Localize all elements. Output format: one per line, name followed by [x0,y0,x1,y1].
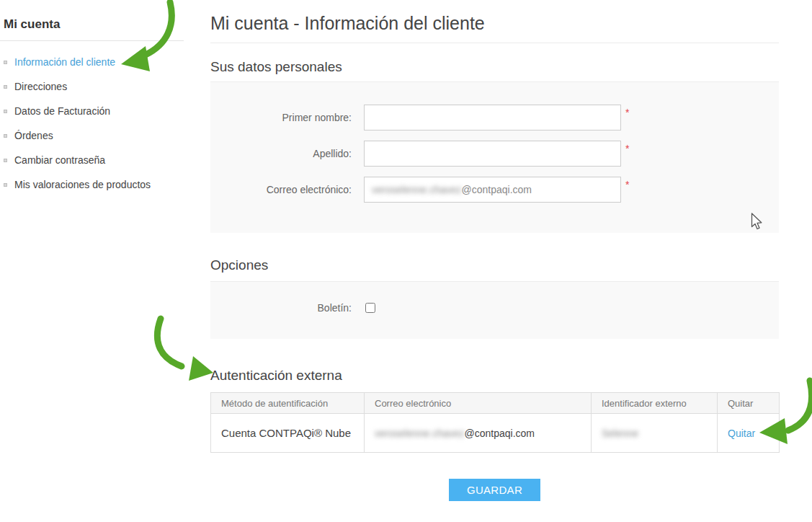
bullet-icon [4,183,7,187]
sidebar-item-label: Direcciones [14,81,67,92]
sidebar-item-label: Mis valoraciones de productos [14,179,151,190]
sidebar-item-datos-de-facturacion[interactable]: Datos de Facturación [4,99,184,123]
sidebar-item-label: Órdenes [14,130,53,141]
column-header-external-id: Identificador externo [592,393,718,414]
newsletter-label: Boletín: [210,302,359,314]
personal-data-panel: Primer nombre: * Apellido: * Correo elec… [210,82,779,233]
sidebar-item-informacion-del-cliente[interactable]: Información del cliente [4,50,184,74]
last-name-label: Apellido: [210,141,359,167]
sidebar-item-label: Cambiar contraseña [14,154,105,166]
sidebar-title: Mi cuenta [4,17,184,32]
sidebar-item-direcciones[interactable]: Direcciones [4,74,184,99]
auth-email-cell: veroselenne.chavez@contpaqi.com [365,414,592,453]
sidebar-item-ordenes[interactable]: Órdenes [4,123,184,148]
required-asterisk: * [625,141,629,154]
options-panel: Boletín: [210,282,779,339]
auth-email-domain-text: @contpaqi.com [465,428,535,439]
sidebar-item-label: Datos de Facturación [14,105,110,117]
newsletter-checkbox[interactable] [365,303,375,313]
sidebar-menu: Información del cliente Direcciones Dato… [4,50,184,197]
remove-cell: Quitar [718,414,780,453]
save-button[interactable]: GUARDAR [449,479,540,501]
auth-method-cell: Cuenta CONTPAQi® Nube [211,414,365,453]
first-name-input[interactable] [364,105,621,130]
email-field[interactable]: veroselenne.chavez@contpaqi.com [364,177,621,203]
table-header-row: Método de autentificación Correo electró… [211,393,780,414]
required-asterisk: * [625,177,629,190]
email-label: Correo electrónico: [210,177,359,203]
first-name-label: Primer nombre: [210,105,359,130]
sidebar-item-mis-valoraciones[interactable]: Mis valoraciones de productos [4,172,184,197]
email-row: Correo electrónico: veroselenne.chavez@c… [210,177,779,203]
bullet-icon [4,159,7,162]
account-content: Mi cuenta - Información del cliente Sus … [210,0,779,501]
annotation-arrow-icon [148,314,220,382]
bullet-icon [4,61,7,64]
bullet-icon [4,85,7,89]
section-heading-personal-data: Sus datos personales [210,43,779,82]
email-domain-text: @contpaqi.com [462,184,532,195]
account-sidebar: Mi cuenta Información del cliente Direcc… [0,0,184,197]
section-heading-options: Opciones [210,233,779,282]
email-redacted-text: veroselenne.chavez [372,184,462,195]
column-header-email: Correo electrónico [365,393,592,414]
column-header-method: Método de autentificación [211,393,365,414]
required-asterisk: * [625,105,629,118]
external-id-redacted-text: Selenne [602,428,638,439]
remove-link[interactable]: Quitar [728,428,755,439]
auth-email-redacted-text: veroselenne.chavez [375,428,465,439]
external-id-cell: Selenne [592,414,718,453]
table-row: Cuenta CONTPAQi® Nube veroselenne.chavez… [211,414,780,453]
sidebar-divider [0,40,184,41]
page-title: Mi cuenta - Información del cliente [210,0,779,43]
section-heading-external-auth: Autenticación externa [210,339,779,392]
sidebar-item-label: Información del cliente [14,56,115,68]
button-row: GUARDAR [210,479,779,501]
bullet-icon [4,110,7,113]
last-name-row: Apellido: * [210,141,779,167]
bullet-icon [4,134,7,138]
last-name-input[interactable] [364,141,621,167]
first-name-row: Primer nombre: * [210,105,779,130]
newsletter-row: Boletín: [210,301,779,315]
column-header-remove: Quitar [718,393,780,414]
external-auth-table: Método de autentificación Correo electró… [210,392,780,453]
sidebar-item-cambiar-contrasena[interactable]: Cambiar contraseña [4,148,184,172]
